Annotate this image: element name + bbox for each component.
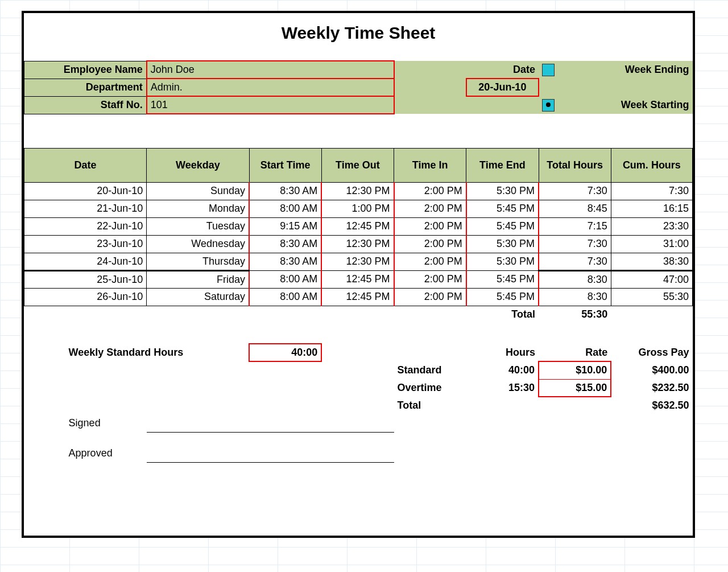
standard-row-label: Standard <box>394 361 466 379</box>
row-total-hours: 8:30 <box>539 270 611 288</box>
table-row-date: 23-Jun-10 <box>24 235 147 253</box>
table-row-weekday: Friday <box>147 270 249 288</box>
col-time-out: Time Out <box>321 148 394 182</box>
row-cum-hours: 16:15 <box>611 200 692 217</box>
row-total-hours: 7:30 <box>539 253 611 270</box>
week-ending-radio[interactable] <box>542 64 555 76</box>
table-row-date: 20-Jun-10 <box>24 182 147 200</box>
row-cum-hours: 7:30 <box>611 182 692 200</box>
table-row-weekday: Wednesday <box>147 235 249 253</box>
time-in-input[interactable]: 2:00 PM <box>394 200 466 217</box>
standard-gross: $400.00 <box>611 361 692 379</box>
total-hours-value: 55:30 <box>539 306 611 323</box>
time-out-input[interactable]: 12:45 PM <box>321 217 394 235</box>
pay-rate-label: Rate <box>539 344 611 361</box>
time-out-input[interactable]: 12:30 PM <box>321 235 394 253</box>
col-total-hours: Total Hours <box>539 148 611 182</box>
approved-label: Approved <box>65 445 147 462</box>
pay-total-gross: $632.50 <box>611 397 692 414</box>
table-row-weekday: Sunday <box>147 182 249 200</box>
time-in-input[interactable]: 2:00 PM <box>394 270 466 288</box>
employee-name-input[interactable]: John Doe <box>147 61 394 79</box>
table-row-date: 26-Jun-10 <box>24 288 147 306</box>
time-end-input[interactable]: 5:30 PM <box>466 182 539 200</box>
standard-rate-input[interactable]: $10.00 <box>539 361 611 379</box>
start-time-input[interactable]: 8:00 AM <box>249 288 321 306</box>
row-cum-hours: 47:00 <box>611 270 692 288</box>
table-row-weekday: Tuesday <box>147 217 249 235</box>
time-end-input[interactable]: 5:45 PM <box>466 288 539 306</box>
row-cum-hours: 23:30 <box>611 217 692 235</box>
overtime-row-label: Overtime <box>394 379 466 397</box>
time-in-input[interactable]: 2:00 PM <box>394 288 466 306</box>
time-in-input[interactable]: 2:00 PM <box>394 253 466 270</box>
table-row-date: 24-Jun-10 <box>24 253 147 270</box>
pay-gross-label: Gross Pay <box>611 344 692 361</box>
time-out-input[interactable]: 12:30 PM <box>321 253 394 270</box>
time-end-input[interactable]: 5:45 PM <box>466 270 539 288</box>
time-end-input[interactable]: 5:30 PM <box>466 253 539 270</box>
col-time-end: Time End <box>466 148 539 182</box>
department-label: Department <box>24 79 147 96</box>
table-row-weekday: Thursday <box>147 253 249 270</box>
col-weekday: Weekday <box>147 148 249 182</box>
overtime-gross: $232.50 <box>611 379 692 397</box>
weekly-standard-hours-label: Weekly Standard Hours <box>65 344 249 361</box>
time-in-input[interactable]: 2:00 PM <box>394 235 466 253</box>
total-label: Total <box>466 306 539 323</box>
weekly-standard-hours-input[interactable]: 40:00 <box>249 344 321 361</box>
row-total-hours: 7:30 <box>539 182 611 200</box>
row-cum-hours: 31:00 <box>611 235 692 253</box>
table-row-date: 22-Jun-10 <box>24 217 147 235</box>
time-in-input[interactable]: 2:00 PM <box>394 217 466 235</box>
date-label: Date <box>466 61 539 79</box>
time-end-input[interactable]: 5:45 PM <box>466 217 539 235</box>
page-title: Weekly Time Sheet <box>24 13 693 53</box>
time-out-input[interactable]: 12:30 PM <box>321 182 394 200</box>
approved-line[interactable] <box>147 445 394 462</box>
signed-line[interactable] <box>147 414 394 432</box>
employee-name-label: Employee Name <box>24 61 147 79</box>
start-time-input[interactable]: 8:30 AM <box>249 182 321 200</box>
signed-label: Signed <box>65 414 147 432</box>
col-time-in: Time In <box>394 148 466 182</box>
overtime-rate-input[interactable]: $15.00 <box>539 379 611 397</box>
time-end-input[interactable]: 5:30 PM <box>466 235 539 253</box>
start-time-input[interactable]: 8:30 AM <box>249 235 321 253</box>
row-cum-hours: 38:30 <box>611 253 692 270</box>
table-row-weekday: Saturday <box>147 288 249 306</box>
table-row-date: 25-Jun-10 <box>24 270 147 288</box>
row-total-hours: 8:45 <box>539 200 611 217</box>
row-cum-hours: 55:30 <box>611 288 692 306</box>
date-input[interactable]: 20-Jun-10 <box>466 79 539 96</box>
start-time-input[interactable]: 8:30 AM <box>249 253 321 270</box>
overtime-hours: 15:30 <box>466 379 539 397</box>
time-out-input[interactable]: 12:45 PM <box>321 288 394 306</box>
staff-no-input[interactable]: 101 <box>147 96 394 114</box>
pay-hours-label: Hours <box>466 344 539 361</box>
table-row-date: 21-Jun-10 <box>24 200 147 217</box>
department-input[interactable]: Admin. <box>147 79 394 96</box>
standard-hours: 40:00 <box>466 361 539 379</box>
row-total-hours: 7:15 <box>539 217 611 235</box>
start-time-input[interactable]: 8:00 AM <box>249 270 321 288</box>
table-row-weekday: Monday <box>147 200 249 217</box>
time-end-input[interactable]: 5:45 PM <box>466 200 539 217</box>
col-cum-hours: Cum. Hours <box>611 148 692 182</box>
start-time-input[interactable]: 9:15 AM <box>249 217 321 235</box>
col-start-time: Start Time <box>249 148 321 182</box>
row-total-hours: 7:30 <box>539 235 611 253</box>
staff-no-label: Staff No. <box>24 96 147 114</box>
week-ending-label: Week Ending <box>611 61 692 79</box>
col-date: Date <box>24 148 147 182</box>
time-in-input[interactable]: 2:00 PM <box>394 182 466 200</box>
time-out-input[interactable]: 1:00 PM <box>321 200 394 217</box>
week-starting-radio[interactable] <box>542 99 555 112</box>
week-starting-label: Week Starting <box>611 96 692 114</box>
time-out-input[interactable]: 12:45 PM <box>321 270 394 288</box>
row-total-hours: 8:30 <box>539 288 611 306</box>
start-time-input[interactable]: 8:00 AM <box>249 200 321 217</box>
pay-total-label: Total <box>394 397 466 414</box>
